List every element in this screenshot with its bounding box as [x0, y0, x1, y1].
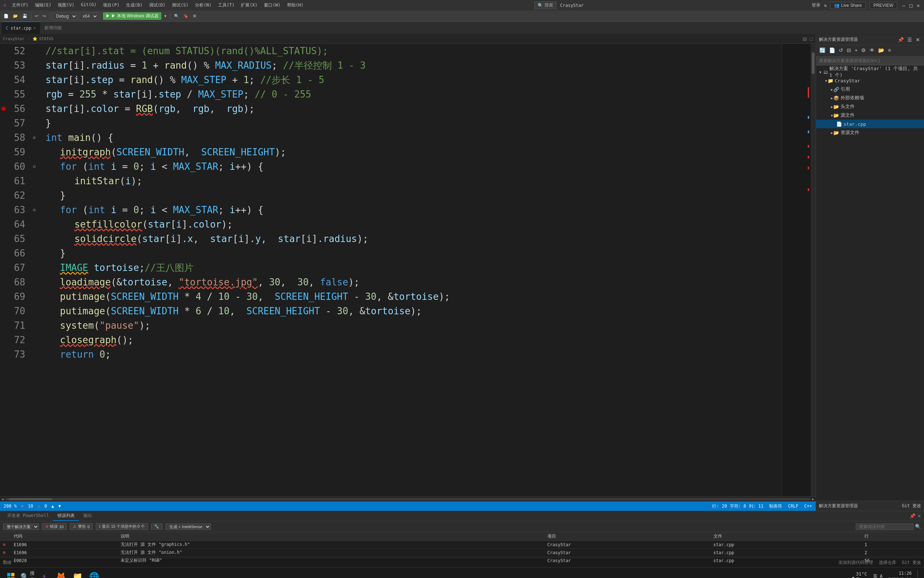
tab-star-cpp[interactable]: C star.cpp ✕ — [2, 22, 40, 34]
debug-mode-select[interactable]: Debug — [52, 13, 77, 20]
solution-explorer-tab[interactable]: 解决方案资源管理器 — [819, 503, 858, 509]
menu-window[interactable]: 窗口(W) — [261, 2, 283, 9]
close-button[interactable]: ✕ — [915, 3, 921, 8]
error-search-input[interactable] — [856, 523, 914, 530]
show-desktop-btn[interactable] — [918, 570, 920, 578]
windows-start-btn[interactable] — [4, 570, 17, 578]
scroll-left-btn[interactable]: ◀ — [2, 497, 3, 501]
search-toolbar-btn[interactable]: 🔍 — [173, 13, 181, 19]
tree-external-deps[interactable]: ▸ 📦 外部依赖项 — [816, 94, 924, 102]
open-folder-btn[interactable]: 📂 — [877, 47, 885, 54]
col-header-code[interactable]: 代码 — [11, 532, 118, 541]
solution-search-input[interactable] — [816, 56, 924, 65]
vs-taskbar-icon[interactable]: ⚡ — [37, 570, 50, 578]
sync-solution-btn[interactable]: 🔄 — [818, 47, 827, 54]
new-solution-explorer-btn[interactable]: + — [854, 47, 859, 54]
menu-edit[interactable]: 编辑(E) — [32, 2, 55, 9]
fold-60[interactable]: ⊟ — [33, 164, 36, 169]
messages-filter-btn[interactable]: ℹ 显示 15 个消息中的 0 个 — [96, 523, 148, 530]
input-method[interactable]: 英 A — [873, 573, 882, 578]
zoom-level[interactable]: 200 % — [3, 503, 16, 509]
edge-taskbar-icon[interactable]: 🌐 — [87, 570, 100, 578]
tree-solution-root[interactable]: ▾ 🗂 解决方案 'CrasyStar' (1 个项目, 共 1 个) — [816, 68, 924, 76]
maximize-button[interactable]: □ — [908, 3, 914, 8]
preview-selected-btn[interactable]: 👁 — [868, 47, 875, 54]
tab-new-features[interactable]: 新增功能 — [40, 22, 66, 34]
error-panel-close[interactable]: ✕ — [917, 513, 921, 519]
panel-close-btn[interactable]: ✕ — [914, 36, 921, 43]
intellisense-filter-btn[interactable]: 🔧 — [151, 523, 162, 529]
menu-git[interactable]: Git(G) — [78, 2, 99, 9]
tree-star-cpp[interactable]: 📄 star.cpp — [816, 120, 924, 128]
code-editor[interactable]: //star[i].stat = (enum STATUS)(rand()%AL… — [40, 44, 782, 496]
minimize-button[interactable]: — — [901, 3, 907, 8]
tab-output[interactable]: 输出 — [79, 511, 96, 521]
browser-taskbar-icon[interactable]: 🦊 — [54, 570, 67, 578]
menu-tools[interactable]: 工具(T) — [215, 2, 238, 9]
tab-powershell[interactable]: 开发者 PowerShell — [3, 511, 53, 521]
menu-build[interactable]: 生成(B) — [123, 2, 146, 9]
menu-view[interactable]: 视图(V) — [55, 2, 77, 9]
error-row-2[interactable]: ⊗ E1696 无法打开 源 文件 "onion.h" CrasyStar st… — [0, 549, 924, 557]
horizontal-scrollbar[interactable] — [5, 498, 811, 500]
tree-headers[interactable]: ▸ 📂 头文件 — [816, 102, 924, 111]
preview-button[interactable]: PREVIEW — [869, 2, 897, 9]
run-button[interactable]: ▶ ▶ 本地 Windows 调试器 — [103, 12, 162, 20]
undo-btn[interactable]: ↩ — [34, 13, 40, 19]
col-header-file[interactable]: 文件 — [710, 532, 862, 541]
login-label[interactable]: 登录 — [812, 2, 820, 8]
menu-analyze[interactable]: 分析(N) — [192, 2, 215, 9]
settings-btn[interactable]: ⚙ — [191, 13, 198, 19]
error-panel-pin[interactable]: 📌 — [909, 513, 916, 519]
pin-btn[interactable]: 📌 — [896, 36, 905, 43]
filter-scope-select[interactable]: 整个解决方案 — [3, 523, 39, 530]
collapse-all-btn[interactable]: ⊟ — [846, 47, 852, 54]
search-taskbar-btn[interactable]: 🔍 搜索 — [21, 570, 34, 578]
nav-up-btn[interactable]: ▲ — [51, 503, 54, 509]
tab-close-star-cpp[interactable]: ✕ — [34, 26, 36, 30]
tree-refs[interactable]: ▸ 🔗 引用 — [816, 85, 924, 94]
new-file-btn[interactable]: 📄 — [2, 13, 10, 19]
platform-select[interactable]: x64 — [79, 13, 98, 20]
editor-content[interactable]: 52 53 54 55 56 57 58 59 60 61 62 63 64 6… — [0, 44, 816, 496]
save-btn[interactable]: 💾 — [21, 13, 29, 19]
menu-extensions[interactable]: 扩展(X) — [238, 2, 261, 9]
col-header-line[interactable]: 行 — [861, 532, 924, 541]
col-header-desc[interactable]: 说明 — [118, 532, 544, 541]
nav-down-btn[interactable]: ▼ — [58, 503, 61, 509]
warnings-filter-btn[interactable]: ⚠ 警告 0 — [70, 523, 93, 530]
tree-sources[interactable]: ▾ 📂 源文件 — [816, 111, 924, 120]
live-share-button[interactable]: 👥 Live Share — [830, 2, 866, 9]
tree-resources[interactable]: ▸ 📂 资源文件 — [816, 128, 924, 137]
panel-menu-btn[interactable]: ☰ — [906, 36, 913, 43]
error-search-btn[interactable]: 🔍 — [915, 524, 921, 529]
build-filter-select[interactable]: 生成 + IntelliSense — [165, 523, 211, 530]
fold-63[interactable]: ⊟ — [33, 207, 36, 213]
folder-taskbar-icon[interactable]: 📁 — [71, 570, 84, 578]
repo-select[interactable]: 选择仓库 — [879, 560, 896, 566]
col-header-project[interactable]: 项目 — [544, 532, 710, 541]
h-scroll-thumb[interactable] — [9, 498, 52, 500]
refresh-btn[interactable]: ↺ — [838, 47, 844, 54]
show-all-files-btn[interactable]: 📄 — [828, 47, 836, 54]
vertical-scrollbar[interactable] — [811, 44, 816, 496]
add-source-control[interactable]: 添加到源代码管理 — [838, 560, 873, 566]
fold-58[interactable]: ⊟ — [33, 135, 36, 140]
title-search[interactable]: 搜索 — [544, 2, 553, 8]
run-dropdown[interactable]: ▾ — [163, 13, 168, 19]
errors-filter-btn[interactable]: ⊗ 错误 10 — [42, 523, 67, 530]
error-row-1[interactable]: ⊗ E1696 无法打开 源 文件 "graphics.h" CrasyStar… — [0, 541, 924, 549]
menu-project[interactable]: 项目(P) — [100, 2, 122, 9]
menu-debug[interactable]: 调试(D) — [146, 2, 168, 9]
menu-help[interactable]: 帮助(H) — [284, 2, 307, 9]
collapse-btn[interactable]: ⊟ — [803, 36, 807, 42]
open-btn[interactable]: 📂 — [11, 13, 19, 19]
menu-test[interactable]: 测试(S) — [169, 2, 191, 9]
git-changes-tab[interactable]: Git 更改 — [902, 503, 921, 509]
git-changes-btn[interactable]: ≡ — [887, 47, 892, 54]
bookmark-btn[interactable]: 🔖 — [182, 13, 190, 19]
menu-file[interactable]: 文件(F) — [9, 2, 31, 9]
tab-error-list[interactable]: 错误列表 — [53, 511, 79, 521]
redo-btn[interactable]: ↪ — [41, 13, 47, 19]
git-changes-status[interactable]: Git 更改 — [902, 560, 921, 566]
